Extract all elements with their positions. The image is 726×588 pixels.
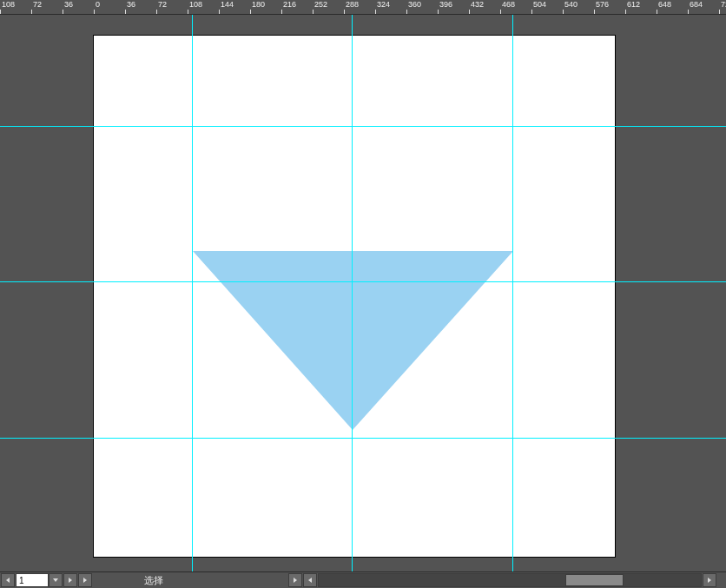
canvas-content	[94, 36, 615, 557]
scroll-right-button[interactable]	[703, 573, 716, 587]
guide-vertical[interactable]	[192, 14, 193, 572]
ruler-label: 252	[314, 0, 327, 9]
guide-horizontal[interactable]	[0, 438, 726, 439]
scroll-left-button[interactable]	[303, 573, 317, 587]
ruler-label: 540	[564, 0, 578, 9]
ruler-label: 180	[252, 0, 265, 9]
ruler-label: 0	[96, 0, 100, 9]
ruler-label: 504	[533, 0, 546, 9]
ruler-label: 144	[221, 0, 234, 9]
first-page-button[interactable]	[1, 573, 15, 587]
horizontal-scrollbar[interactable]	[288, 572, 717, 588]
ruler-label: 72	[158, 0, 167, 9]
guide-vertical[interactable]	[352, 14, 353, 572]
ruler-label: 108	[2, 0, 15, 9]
page-dropdown[interactable]	[49, 573, 63, 587]
scroll-track[interactable]	[318, 573, 702, 587]
canvas-page[interactable]	[93, 35, 616, 558]
ruler-label: 72	[33, 0, 42, 9]
workspace[interactable]	[0, 14, 726, 572]
scroll-right-icon[interactable]	[288, 573, 302, 587]
ruler-label: 216	[283, 0, 296, 9]
ruler-label: 324	[377, 0, 390, 9]
ruler-label: 612	[627, 0, 640, 9]
guide-horizontal[interactable]	[0, 126, 726, 127]
horizontal-ruler[interactable]: 1087236036721081441802162522883243603964…	[0, 0, 726, 15]
last-page-button[interactable]	[78, 573, 92, 587]
ruler-label: 576	[596, 0, 609, 9]
scroll-thumb[interactable]	[565, 574, 624, 586]
tool-label: 选择	[144, 574, 163, 587]
chevron-down-icon	[53, 578, 58, 582]
page-number-input[interactable]: 1	[16, 573, 49, 587]
ruler-label: 288	[346, 0, 359, 9]
ruler-label: 468	[502, 0, 515, 9]
ruler-label: 396	[439, 0, 452, 9]
ruler-label: 36	[127, 0, 135, 9]
guide-horizontal[interactable]	[0, 281, 726, 282]
ruler-label: 648	[658, 0, 671, 9]
ruler-label: 684	[690, 0, 703, 9]
ruler-label: 72	[721, 0, 726, 9]
ruler-label: 360	[408, 0, 421, 9]
guide-vertical[interactable]	[512, 14, 513, 572]
ruler-label: 432	[471, 0, 484, 9]
triangle-shape[interactable]	[193, 251, 513, 430]
next-page-button[interactable]	[63, 573, 77, 587]
ruler-label: 108	[189, 0, 202, 9]
ruler-label: 36	[64, 0, 73, 9]
